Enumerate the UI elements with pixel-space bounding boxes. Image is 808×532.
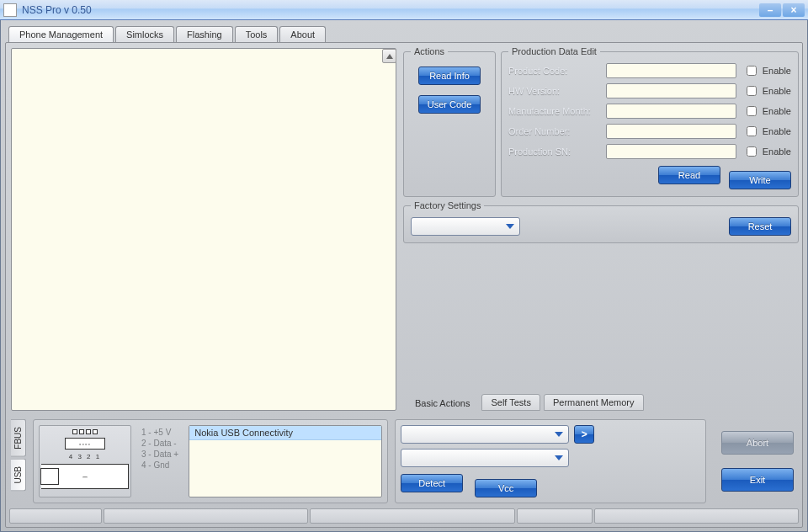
port-panel: ▫▫▫▫ 4 3 2 1 1 - +5 V 2 - Data - 3 - Dat… <box>33 419 388 503</box>
port-indicator-icon <box>72 429 98 434</box>
pin-legend: 1 - +5 V 2 - Data - 3 - Data + 4 - Gnd <box>138 425 182 497</box>
main-tabstrip: Phone Management Simlocks Flashing Tools… <box>5 24 803 42</box>
chevron-down-icon <box>506 224 514 229</box>
user-code-button[interactable]: User Code <box>418 95 481 114</box>
subtab-permanent-memory[interactable]: Permanent Memory <box>544 394 644 411</box>
usb-symbol-icon <box>77 472 93 481</box>
pde-enable-order-number[interactable]: Enable <box>743 124 791 139</box>
scroll-up-button[interactable] <box>382 49 396 63</box>
pde-read-button[interactable]: Read <box>658 166 720 184</box>
usb-plug-icon <box>41 464 129 489</box>
vcc-button[interactable]: Vcc <box>475 479 537 497</box>
pin-2-label: 2 - Data - <box>141 438 178 449</box>
window-body: Phone Management Simlocks Flashing Tools… <box>0 20 808 532</box>
pde-label-manufacture-month: Manufacture Month: <box>508 106 599 116</box>
window-title: NSS Pro v 0.50 <box>22 4 92 16</box>
device-list[interactable]: Nokia USB Connectivity <box>189 425 382 497</box>
chevron-down-icon <box>555 432 563 437</box>
pde-label-order-number: Order Number: <box>508 126 599 136</box>
subtab-basic-actions[interactable]: Basic Actions <box>407 396 478 411</box>
status-cell-4 <box>517 508 593 524</box>
status-cell-2 <box>104 508 308 524</box>
pde-input-hw-version[interactable] <box>606 83 736 98</box>
pde-label-production-sn: Production SN: <box>508 146 599 157</box>
usb-receptacle-icon: ▫▫▫▫ <box>65 438 105 450</box>
abort-button[interactable]: Abort <box>721 431 794 455</box>
pin-1-label: 1 - +5 V <box>141 427 178 438</box>
chevron-down-icon <box>555 455 563 460</box>
pde-enable-production-sn[interactable]: Enable <box>743 144 791 159</box>
pde-legend: Production Data Edit <box>508 46 600 56</box>
go-button[interactable]: > <box>574 425 594 444</box>
log-output[interactable] <box>11 48 396 411</box>
close-button[interactable]: × <box>783 3 805 17</box>
detect-combo-2[interactable] <box>401 449 569 467</box>
pde-label-hw-version: HW Version: <box>508 86 599 96</box>
right-button-column: Abort Exit <box>713 419 797 503</box>
minimize-button[interactable]: – <box>759 3 781 17</box>
tab-flashing[interactable]: Flashing <box>176 26 233 42</box>
pin-numbers-label: 4 3 2 1 <box>69 453 101 460</box>
sub-tabstrip: Basic Actions Self Tests Permanent Memor… <box>403 392 799 412</box>
factory-legend: Factory Settings <box>411 200 484 210</box>
detect-panel: > Detect Vcc <box>395 419 706 503</box>
usb-port-graphic: ▫▫▫▫ 4 3 2 1 <box>39 425 131 497</box>
pde-write-button[interactable]: Write <box>729 171 791 189</box>
tab-page: Actions Read Info User Code Production D… <box>5 42 803 528</box>
factory-settings-combo[interactable] <box>411 217 520 236</box>
pde-enable-manufacture-month[interactable]: Enable <box>743 104 791 119</box>
pde-enable-hw-version[interactable]: Enable <box>743 83 791 98</box>
pde-label-product-code: Product Code: <box>508 66 599 76</box>
tab-phone-management[interactable]: Phone Management <box>8 26 114 42</box>
status-cell-3 <box>310 508 514 524</box>
pde-input-order-number[interactable] <box>606 124 736 139</box>
vtab-usb[interactable]: USB <box>11 459 26 492</box>
tab-simlocks[interactable]: Simlocks <box>115 26 174 42</box>
actions-legend: Actions <box>411 46 448 56</box>
exit-button[interactable]: Exit <box>721 468 794 492</box>
tab-about[interactable]: About <box>279 26 326 42</box>
tab-tools[interactable]: Tools <box>235 26 279 42</box>
pin-4-label: 4 - Gnd <box>141 460 178 471</box>
read-info-button[interactable]: Read Info <box>418 66 481 85</box>
pde-input-product-code[interactable] <box>606 63 736 78</box>
app-icon <box>3 3 17 17</box>
status-cell-1 <box>9 508 102 524</box>
status-cell-5 <box>594 508 799 524</box>
pin-3-label: 3 - Data + <box>141 449 178 460</box>
production-data-edit-group: Production Data Edit Product Code: Enabl… <box>501 46 799 197</box>
pde-input-manufacture-month[interactable] <box>606 104 736 119</box>
connection-tabs: FBUS USB <box>11 419 26 503</box>
detect-button[interactable]: Detect <box>401 474 463 492</box>
pde-input-production-sn[interactable] <box>606 144 736 159</box>
detect-combo-1[interactable] <box>401 425 569 444</box>
title-bar: NSS Pro v 0.50 – × <box>0 0 808 20</box>
device-item[interactable]: Nokia USB Connectivity <box>189 426 381 440</box>
subtab-self-tests[interactable]: Self Tests <box>481 394 540 411</box>
vtab-fbus[interactable]: FBUS <box>11 419 26 457</box>
actions-group: Actions Read Info User Code <box>403 46 496 197</box>
factory-settings-group: Factory Settings Reset <box>403 200 799 243</box>
factory-reset-button[interactable]: Reset <box>729 217 791 236</box>
status-bar <box>9 508 799 524</box>
pde-enable-product-code[interactable]: Enable <box>743 63 791 78</box>
